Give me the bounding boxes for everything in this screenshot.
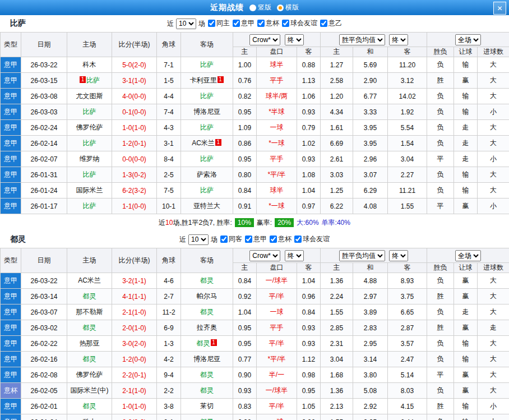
home-team-name[interactable]: 佛罗伦萨 [76, 371, 103, 379]
handicap-odds-home: 0.84 [233, 273, 257, 289]
away-team-name[interactable]: AC米兰 [192, 139, 215, 147]
handicap-line: 平手 [257, 73, 297, 89]
filter-checkbox-意杯[interactable]: 意杯 [257, 19, 279, 28]
checkbox-input-同客[interactable] [220, 236, 228, 243]
match-row: 意甲 26-02-07 维罗纳 0-0(0-0) 8-4 比萨 0.95 平手 … [1, 151, 509, 167]
handicap-result-cell: 输 [454, 167, 478, 183]
match-row: 意甲 26-01-24 科木 6-0(2-0) 2-1 都灵 0.92 一球 0… [1, 414, 509, 420]
handicap-odds-header: Crow* 终 [233, 33, 321, 47]
handicap-odds-home: 1.09 [233, 120, 257, 136]
away-team-name[interactable]: 拉齐奥 [197, 324, 217, 331]
home-team-cell: 尤文图斯 [67, 89, 112, 104]
match-date: 26-01-31 [21, 167, 67, 183]
scope-select[interactable]: 全场 [455, 250, 481, 261]
final-odds-select[interactable]: 终 [285, 34, 304, 45]
col-header-date: 日期 [21, 33, 67, 57]
home-team-name[interactable]: 那不勒斯 [76, 308, 103, 316]
avg-odds-away: 3.12 [388, 73, 427, 89]
home-team-name[interactable]: 维罗纳 [80, 155, 100, 163]
goals-result-cell: 大 [478, 304, 509, 320]
filter-checkbox-球会友谊[interactable]: 球会友谊 [282, 19, 317, 28]
home-team-name[interactable]: 科木 [83, 418, 96, 420]
away-team-name[interactable]: 都灵 [197, 339, 210, 347]
avg-odds-draw: 5.69 [353, 57, 388, 73]
away-team-name[interactable]: 帕尔马 [197, 292, 217, 300]
away-team-name[interactable]: 萨索洛 [197, 170, 217, 178]
match-row: 意杯 26-02-05 国际米兰(中) 2-1(1-0) 2-2 都灵 0.93… [1, 383, 509, 399]
home-team-name[interactable]: 比萨 [83, 170, 96, 178]
away-team-name[interactable]: 都灵 [200, 276, 214, 284]
close-icon[interactable]: ✕ [493, 2, 506, 15]
layout-radio-horizontal[interactable]: 横版 [277, 3, 299, 12]
checkbox-input-同主[interactable] [208, 20, 215, 27]
away-team-name[interactable]: 都灵 [200, 418, 214, 420]
away-team-name[interactable]: 博洛尼亚 [193, 108, 220, 116]
away-team-name[interactable]: 都灵 [200, 308, 214, 316]
checkbox-input-意杯[interactable] [270, 236, 277, 243]
filter-checkbox-意甲[interactable]: 意甲 [233, 19, 254, 28]
home-team-name[interactable]: 都灵 [83, 355, 96, 363]
checkbox-input-球会友谊[interactable] [282, 20, 289, 27]
handicap-line: 一球 [257, 414, 297, 420]
result-cell: 胜 [427, 289, 454, 304]
home-team-name[interactable]: AC米兰 [78, 276, 101, 284]
sub-header-avg-draw: 和 [353, 263, 388, 273]
home-team-name[interactable]: 都灵 [83, 292, 96, 300]
bookmaker-select[interactable]: Crow* [249, 34, 280, 45]
home-team-name[interactable]: 国际米兰 [76, 186, 103, 194]
away-team-name[interactable]: 比萨 [200, 92, 214, 100]
filter-checkbox-意杯[interactable]: 意杯 [270, 234, 291, 244]
home-team-name[interactable]: 科木 [83, 61, 96, 68]
home-team-name[interactable]: 比萨 [83, 139, 96, 147]
horizontal-radio-input[interactable] [277, 4, 284, 11]
checkbox-input-意乙[interactable] [320, 20, 327, 27]
home-team-name[interactable]: 比萨 [86, 76, 100, 84]
avg-odds-select[interactable]: 胜平负均值 [339, 34, 385, 45]
away-team-name[interactable]: 比萨 [200, 186, 214, 194]
match-count-select[interactable]: 10 [188, 234, 209, 245]
handicap-result-cell: 赢 [454, 199, 478, 214]
checkbox-input-球会友谊[interactable] [294, 236, 302, 243]
away-team-name[interactable]: 比萨 [200, 123, 214, 131]
league-type-badge: 意甲 [1, 399, 21, 414]
final-avg-select[interactable]: 终 [389, 34, 408, 45]
match-count-select[interactable]: 10 [176, 19, 196, 29]
checkbox-input-意杯[interactable] [257, 20, 265, 27]
checkbox-input-意甲[interactable] [233, 20, 240, 27]
away-team-name[interactable]: 都灵 [200, 386, 214, 394]
home-team-name[interactable]: 尤文图斯 [76, 92, 103, 100]
away-team-name[interactable]: 比萨 [200, 61, 214, 68]
layout-radio-vertical[interactable]: 竖版 [249, 3, 271, 12]
away-team-name[interactable]: 都灵 [200, 371, 214, 379]
handicap-result-cell: 输 [454, 89, 478, 104]
checkbox-input-意甲[interactable] [245, 236, 252, 243]
final-odds-select[interactable]: 终 [285, 250, 304, 261]
filter-checkbox-球会友谊[interactable]: 球会友谊 [294, 234, 330, 244]
away-team-name[interactable]: 比萨 [200, 155, 214, 163]
away-team-name[interactable]: 亚特兰大 [193, 202, 220, 210]
corner-cell: 3-8 [157, 399, 181, 414]
filter-checkbox-同客[interactable]: 同客 [220, 234, 242, 244]
home-team-name[interactable]: 热那亚 [80, 339, 100, 347]
away-team-name[interactable]: 卡利亚里 [190, 76, 217, 84]
final-avg-select[interactable]: 终 [389, 250, 408, 261]
bookmaker-select[interactable]: Crow* [249, 250, 280, 261]
home-team-name[interactable]: 比萨 [83, 108, 96, 116]
home-team-name[interactable]: 都灵 [83, 402, 96, 410]
goals-result-cell: 大 [478, 167, 509, 183]
avg-odds-select[interactable]: 胜平负均值 [339, 250, 385, 261]
scope-header: 全场 [427, 248, 509, 263]
home-team-name[interactable]: 都灵 [83, 324, 96, 331]
home-team-name[interactable]: 比萨 [83, 202, 96, 210]
home-team-name[interactable]: 国际米兰(中) [71, 386, 109, 394]
filter-checkbox-意甲[interactable]: 意甲 [245, 234, 267, 244]
away-team-name[interactable]: 莱切 [200, 402, 214, 410]
filter-checkbox-意乙[interactable]: 意乙 [320, 19, 342, 28]
handicap-odds-away: 1.12 [297, 352, 321, 367]
scope-select[interactable]: 全场 [455, 34, 481, 45]
vertical-radio-input[interactable] [249, 4, 256, 11]
away-team-name[interactable]: 博洛尼亚 [193, 355, 220, 363]
match-row: 意甲 26-03-22 科木 5-0(2-0) 7-1 比萨 1.00 球半 0… [1, 57, 509, 73]
filter-checkbox-同主[interactable]: 同主 [208, 19, 230, 28]
home-team-name[interactable]: 佛罗伦萨 [76, 123, 103, 131]
